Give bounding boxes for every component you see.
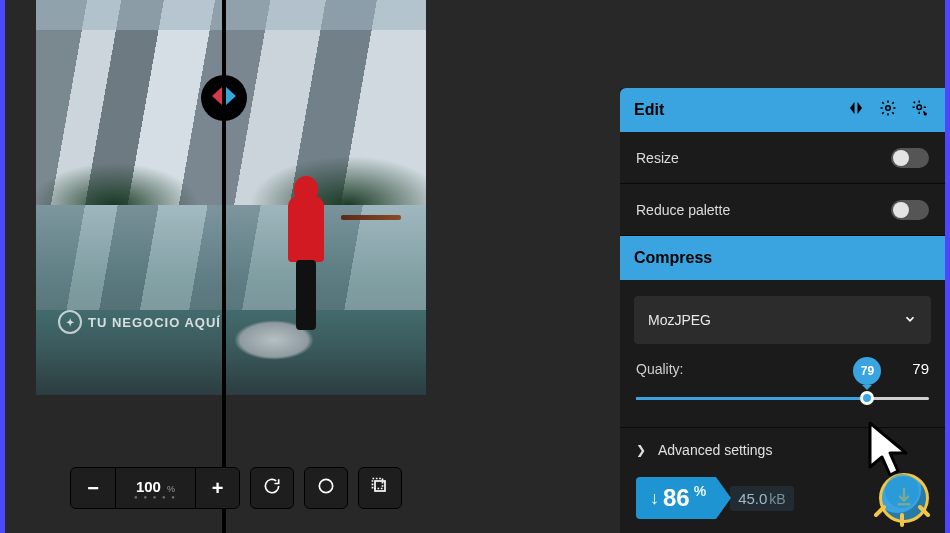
- compare-arrows-icon: [847, 99, 865, 121]
- rotate-icon: [262, 476, 282, 500]
- image-preview: ✦ TU NEGOCIO AQUÍ: [36, 0, 426, 395]
- quality-slider[interactable]: 79: [636, 385, 929, 413]
- quality-slider-thumb[interactable]: [860, 391, 874, 405]
- crop-icon: [370, 476, 390, 500]
- zoom-value-number: 100: [136, 478, 161, 495]
- result-bar: ↓ 86 % 45.0kB: [620, 473, 945, 523]
- gear-plus-icon: [911, 99, 929, 121]
- quality-row: Quality: 79: [620, 354, 945, 377]
- zoom-value-unit: %: [167, 484, 175, 494]
- settings-source-button[interactable]: [877, 99, 899, 121]
- svg-point-3: [886, 106, 891, 111]
- edit-section-header: Edit: [620, 88, 945, 132]
- rotate-button[interactable]: [250, 467, 294, 509]
- compare-handle-icon: [210, 85, 238, 111]
- output-size-unit: kB: [769, 491, 785, 507]
- down-arrow-icon: ↓: [650, 488, 659, 509]
- watermark: ✦ TU NEGOCIO AQUÍ: [58, 310, 221, 334]
- preview-boat: [341, 215, 401, 220]
- settings-panel: Edit Resize Reduce palette Compress: [620, 88, 945, 533]
- chevron-down-icon: [903, 312, 917, 329]
- savings-unit: %: [694, 483, 706, 499]
- savings-percent: 86: [663, 484, 690, 512]
- reduce-palette-label: Reduce palette: [636, 202, 730, 218]
- compare-toggle-button[interactable]: [845, 99, 867, 121]
- zoom-in-button[interactable]: +: [195, 468, 239, 508]
- encoder-select[interactable]: MozJPEG: [634, 296, 931, 344]
- download-button[interactable]: [879, 473, 929, 523]
- encoder-value: MozJPEG: [648, 312, 711, 328]
- advanced-settings-toggle[interactable]: ❯ Advanced settings: [620, 427, 945, 478]
- zoom-group: − 100 % ● ● ● ● ● +: [70, 467, 240, 509]
- download-icon: [893, 485, 915, 511]
- output-size: 45.0kB: [730, 486, 794, 511]
- compress-section-title: Compress: [634, 249, 712, 267]
- resize-toggle[interactable]: [891, 148, 929, 168]
- circle-icon: [316, 476, 336, 500]
- svg-rect-1: [375, 481, 385, 491]
- chevron-right-icon: ❯: [636, 443, 646, 457]
- edit-section-title: Edit: [634, 101, 664, 119]
- savings-badge: ↓ 86 %: [636, 477, 716, 519]
- settings-output-button[interactable]: [909, 99, 931, 121]
- watermark-logo-icon: ✦: [58, 310, 82, 334]
- quality-value: 79: [901, 360, 929, 377]
- reduce-palette-row: Reduce palette: [620, 184, 945, 236]
- svg-point-0: [319, 479, 332, 492]
- zoom-toolbar: − 100 % ● ● ● ● ● +: [70, 467, 402, 509]
- svg-rect-2: [373, 479, 383, 489]
- quality-slider-fill: [636, 397, 867, 400]
- reset-button[interactable]: [304, 467, 348, 509]
- quality-slider-tooltip: 79: [853, 357, 881, 385]
- resize-row: Resize: [620, 132, 945, 184]
- zoom-value[interactable]: 100 % ● ● ● ● ●: [115, 468, 195, 508]
- compare-handle[interactable]: [201, 75, 247, 121]
- advanced-settings-label: Advanced settings: [658, 442, 772, 458]
- preview-reflection: [36, 205, 426, 310]
- zoom-value-grip-icon: ● ● ● ● ●: [134, 495, 177, 499]
- compress-section-header: Compress: [620, 236, 945, 280]
- watermark-text: TU NEGOCIO AQUÍ: [88, 315, 221, 330]
- preview-person: [286, 166, 326, 334]
- output-size-value: 45.0: [738, 490, 767, 507]
- transform-button[interactable]: [358, 467, 402, 509]
- reduce-palette-toggle[interactable]: [891, 200, 929, 220]
- svg-point-4: [917, 105, 922, 110]
- quality-label: Quality:: [636, 361, 683, 377]
- zoom-out-button[interactable]: −: [71, 468, 115, 508]
- resize-label: Resize: [636, 150, 679, 166]
- gear-icon: [879, 99, 897, 121]
